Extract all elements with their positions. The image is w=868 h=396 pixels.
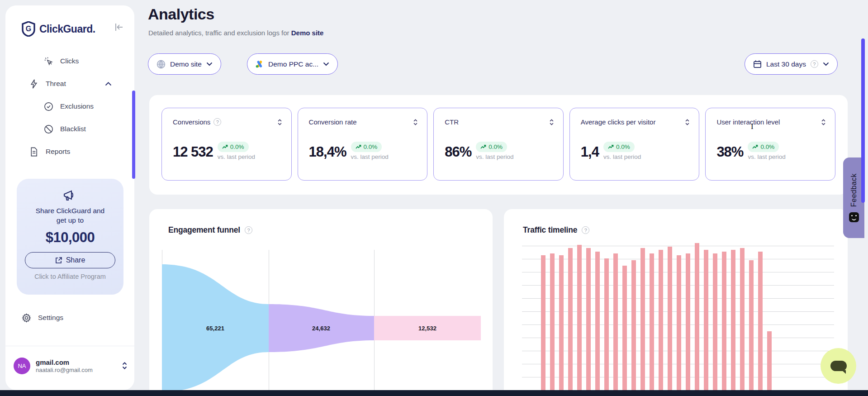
- kpi-delta-badge: 0.0%: [218, 142, 249, 152]
- promo-text: Share ClickGuard and get up to: [17, 206, 123, 225]
- sidebar-item-settings[interactable]: Settings: [22, 308, 121, 328]
- traffic-bar[interactable]: [740, 248, 745, 396]
- bottom-edge-bar: [0, 390, 868, 396]
- traffic-bar[interactable]: [586, 248, 591, 396]
- ppc-account-selector[interactable]: Demo PPC ac...: [247, 53, 338, 75]
- traffic-bar[interactable]: [604, 258, 609, 396]
- kpi-value: 12 532: [173, 142, 213, 162]
- traffic-bar[interactable]: [550, 253, 555, 396]
- sort-chevrons-icon[interactable]: [685, 119, 690, 126]
- traffic-bar[interactable]: [631, 260, 636, 396]
- page-title: Analytics: [148, 5, 214, 23]
- sidebar-collapse-icon[interactable]: [114, 23, 124, 32]
- traffic-bar[interactable]: [622, 266, 627, 396]
- kpi-card-interaction-level: User interaction level 38% 0.0% vs. last…: [705, 108, 835, 181]
- kpi-delta-badge: 0.0%: [603, 142, 635, 152]
- traffic-bar[interactable]: [613, 253, 618, 396]
- kpi-card-avg-clicks: Average clicks per visitor 1,4 0.0% vs. …: [569, 108, 700, 181]
- traffic-bar[interactable]: [640, 248, 645, 396]
- subtitle-site-name: Demo site: [291, 29, 324, 37]
- avatar: NA: [14, 358, 30, 374]
- kpi-vs-period: vs. last period: [218, 153, 255, 160]
- sidebar-item-clicks[interactable]: Clicks: [5, 50, 134, 72]
- traffic-bar[interactable]: [767, 331, 772, 396]
- chevron-up-icon[interactable]: [105, 82, 112, 86]
- sidebar-item-threat[interactable]: Threat: [5, 72, 134, 95]
- traffic-bar[interactable]: [722, 252, 726, 396]
- traffic-bar[interactable]: [541, 255, 545, 396]
- kpi-label: Average clicks per visitor: [581, 118, 656, 126]
- funnel-value-label: 24,632: [312, 325, 330, 332]
- traffic-bar[interactable]: [758, 252, 763, 396]
- trend-up-icon: [480, 144, 486, 149]
- google-ads-icon: [256, 60, 264, 68]
- help-icon[interactable]: ?: [811, 60, 818, 68]
- svg-text:G: G: [26, 25, 31, 33]
- chevron-down-icon: [323, 62, 329, 66]
- ban-icon: [43, 124, 53, 134]
- traffic-bar[interactable]: [568, 248, 573, 396]
- kpi-delta-badge: 0.0%: [748, 142, 779, 152]
- sort-chevrons-icon[interactable]: [821, 119, 826, 126]
- traffic-bar[interactable]: [659, 250, 663, 396]
- sidebar-scrollbar-thumb[interactable]: [132, 91, 135, 179]
- traffic-bar[interactable]: [577, 245, 582, 396]
- traffic-bar[interactable]: [677, 255, 681, 396]
- chevron-down-icon: [823, 62, 829, 66]
- kpi-card-ctr: CTR 86% 0.0% vs. last period: [433, 108, 564, 181]
- date-range-selector[interactable]: Last 30 days ?: [745, 53, 838, 75]
- account-switcher[interactable]: NA gmail.com naatali.ro@gmail.com: [14, 354, 128, 377]
- divider: [5, 346, 134, 346]
- calendar-icon: [753, 60, 762, 68]
- sidebar-item-exclusions[interactable]: Exclusions: [5, 95, 134, 118]
- traffic-bar[interactable]: [650, 253, 654, 396]
- megaphone-icon: [62, 189, 78, 202]
- document-icon: [29, 147, 39, 157]
- kpi-card-conversion-rate: Conversion rate 18,4% 0.0% vs. last peri…: [298, 108, 428, 181]
- kpi-label: User interaction level: [716, 118, 780, 126]
- affiliate-promo-card[interactable]: Share ClickGuard and get up to $10,000 S…: [17, 179, 123, 295]
- traffic-timeline-card: Traffic timeline ?: [504, 209, 848, 396]
- traffic-bar[interactable]: [595, 252, 600, 396]
- kpi-value: 1,4: [581, 142, 599, 162]
- account-email: naatali.ro@gmail.com: [36, 367, 122, 373]
- share-button[interactable]: Share: [25, 252, 115, 268]
- traffic-bar[interactable]: [559, 255, 564, 396]
- kpi-delta-badge: 0.0%: [351, 142, 382, 152]
- traffic-bar[interactable]: [704, 250, 708, 396]
- brand-wordmark: ClickGuard.: [39, 23, 95, 35]
- page-subtitle: Detailed analytics, traffic and exclusio…: [148, 29, 323, 37]
- help-icon[interactable]: ?: [213, 118, 221, 126]
- trend-up-icon: [356, 144, 361, 149]
- chat-launcher-button[interactable]: [821, 348, 856, 384]
- site-selector[interactable]: Demo site: [148, 53, 221, 75]
- traffic-bar[interactable]: [695, 243, 699, 396]
- sort-chevrons-icon[interactable]: [413, 119, 418, 126]
- traffic-bar[interactable]: [686, 253, 690, 396]
- traffic-bar[interactable]: [668, 247, 672, 396]
- traffic-bar-chart[interactable]: [504, 209, 848, 396]
- traffic-bar[interactable]: [731, 250, 735, 396]
- select-chevrons-icon: [122, 362, 128, 370]
- funnel-chart[interactable]: [149, 209, 493, 396]
- sidebar-item-blacklist[interactable]: Blacklist: [5, 118, 134, 140]
- gridline: [522, 246, 834, 246]
- sidebar: G ClickGuard. Clicks Threat: [5, 5, 134, 390]
- traffic-bar[interactable]: [749, 260, 754, 396]
- kpi-label: Conversion rate: [309, 118, 357, 126]
- badge-check-icon: [43, 101, 53, 111]
- kpi-cards-row: Conversions ? 12 532 0.0% vs. last perio…: [161, 108, 835, 181]
- sidebar-item-reports[interactable]: Reports: [5, 140, 134, 163]
- gear-icon: [22, 313, 31, 323]
- kpi-delta-badge: 0.0%: [476, 142, 507, 152]
- feedback-label: Feedback: [850, 173, 858, 207]
- cursor-click-icon: [43, 56, 53, 66]
- sort-chevrons-icon[interactable]: [277, 119, 282, 126]
- account-info: gmail.com naatali.ro@gmail.com: [36, 358, 122, 373]
- traffic-bar[interactable]: [713, 253, 717, 396]
- engagement-funnel-card: Engagement funnel ? 65,221 24,632 12,532: [149, 209, 493, 396]
- promo-subtext: Click to Affiliate Program: [17, 273, 123, 280]
- sort-chevrons-icon[interactable]: [549, 119, 554, 126]
- page-scrollbar-thumb[interactable]: [861, 38, 865, 203]
- trend-up-icon: [608, 144, 614, 149]
